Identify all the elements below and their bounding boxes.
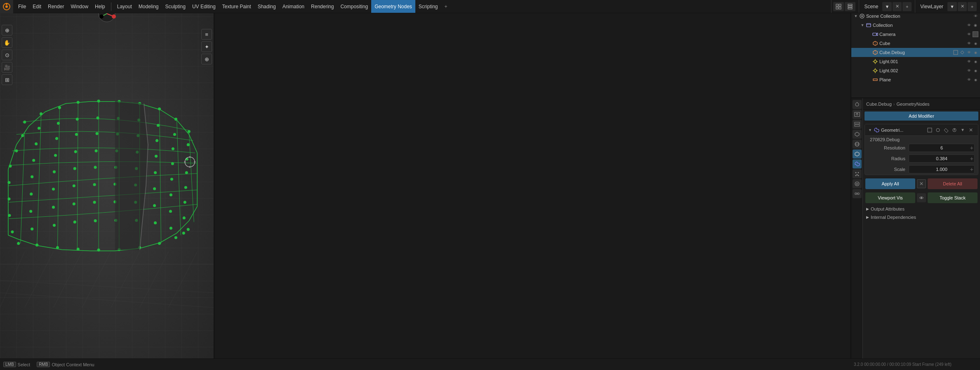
viewlayer-dropdown[interactable]: ▼ bbox=[947, 2, 957, 11]
svg-point-333 bbox=[858, 175, 859, 176]
menu-render[interactable]: Render bbox=[45, 0, 67, 13]
camera-box[interactable] bbox=[973, 31, 978, 37]
camera-eye-btn[interactable]: 👁 bbox=[966, 31, 972, 37]
scene-collection-eye-btn[interactable]: 👁 bbox=[973, 13, 978, 19]
modifier-section-header[interactable]: ▼ Geometri... bbox=[865, 124, 978, 136]
top-icon-scene-btn[interactable] bbox=[833, 2, 844, 11]
cube-debug-arrow: ▶ bbox=[866, 50, 872, 55]
internal-dependencies-header[interactable]: ▶ Internal Dependencies bbox=[863, 213, 980, 221]
collection-eye-btn[interactable]: 👁 bbox=[966, 22, 972, 28]
tab-compositing[interactable]: Compositing bbox=[337, 0, 371, 13]
cube-debug-vis3[interactable]: ◉ bbox=[973, 50, 978, 55]
cube-debug-vis2[interactable] bbox=[959, 50, 965, 55]
collection-vis-btn[interactable]: ◉ bbox=[973, 22, 978, 28]
apply-all-btn[interactable]: Apply All bbox=[865, 178, 915, 189]
scene-settings-btn[interactable]: ✕ bbox=[893, 2, 902, 11]
mod-icon-5[interactable]: ▼ bbox=[959, 126, 966, 134]
viewport-left[interactable]: Z ⊕ ✋ ⊙ 🎥 ⊞ ≡ ✦ ⊕ bbox=[0, 0, 214, 370]
scene-dropdown[interactable]: ▼ bbox=[882, 2, 892, 11]
prop-tab-physics[interactable] bbox=[853, 179, 862, 188]
viewport-vis-row: Viewport Vis Toggle Stack bbox=[863, 191, 980, 205]
viewlayer-settings-btn[interactable]: ✕ bbox=[958, 2, 967, 11]
light001-vis-btn[interactable]: ◉ bbox=[973, 59, 978, 64]
tool-cursor2-btn[interactable]: ⊙ bbox=[2, 50, 12, 60]
menu-file[interactable]: File bbox=[15, 0, 29, 13]
outliner-collection-row[interactable]: ▼ Collection 👁 ◉ bbox=[851, 21, 980, 30]
right-panel-inner: ⊟ ▼ ▼ Scene Collection 👁 ▼ bbox=[851, 0, 980, 370]
viewport-vis-btn[interactable]: Viewport Vis bbox=[865, 192, 915, 203]
mod-icon-4[interactable] bbox=[951, 126, 958, 134]
outliner-plane-row[interactable]: ▶ Plane 👁 ◉ bbox=[851, 75, 980, 84]
tab-layout[interactable]: Layout bbox=[114, 0, 135, 13]
toggle-stack-btn[interactable]: Toggle Stack bbox=[928, 192, 978, 203]
radius-value[interactable]: 0.384 + bbox=[909, 154, 975, 163]
light002-vis-btn[interactable]: ◉ bbox=[973, 68, 978, 74]
mod-icon-3[interactable] bbox=[942, 126, 950, 134]
cube-debug-vis1[interactable] bbox=[953, 50, 959, 55]
plane-eye-btn[interactable]: 👁 bbox=[966, 77, 972, 83]
outliner-light001-row[interactable]: ▶ Light.001 👁 ◉ bbox=[851, 57, 980, 66]
output-attributes-arrow: ▶ bbox=[866, 207, 869, 211]
viewport-vis-icon-btn[interactable] bbox=[917, 193, 926, 202]
zoom-gizmo[interactable]: ≡ bbox=[201, 29, 212, 40]
delete-all-btn[interactable]: Delete All bbox=[928, 178, 978, 189]
tab-uv-editing[interactable]: UV Editing bbox=[189, 0, 219, 13]
output-attributes-header[interactable]: ▶ Output Attributes bbox=[863, 205, 980, 213]
tool-grid-btn[interactable]: ⊞ bbox=[2, 74, 12, 85]
tool-camera-btn[interactable]: 🎥 bbox=[2, 62, 12, 73]
prop-tab-world[interactable] bbox=[853, 140, 862, 149]
tab-texture-paint[interactable]: Texture Paint bbox=[219, 0, 254, 13]
prop-tab-scene[interactable] bbox=[853, 130, 862, 139]
prop-tab-modifiers[interactable] bbox=[853, 159, 862, 168]
mod-icon-2[interactable] bbox=[934, 126, 942, 134]
scale-plus-btn[interactable]: + bbox=[970, 166, 973, 173]
outliner-cube-row[interactable]: ▶ Cube 👁 ◉ bbox=[851, 39, 980, 48]
modifier-close-btn[interactable]: ✕ bbox=[967, 126, 975, 134]
prop-tab-output[interactable] bbox=[853, 110, 862, 119]
scene-new-btn[interactable]: + bbox=[902, 2, 912, 11]
tab-shading[interactable]: Shading bbox=[254, 0, 279, 13]
top-icon-2-btn[interactable] bbox=[845, 2, 855, 11]
add-modifier-btn[interactable]: Add Modifier bbox=[865, 111, 978, 121]
outliner-camera-row[interactable]: ▶ Camera 👁 bbox=[851, 30, 980, 39]
cube-vis2-btn[interactable]: ◉ bbox=[973, 40, 978, 46]
plane-vis-btn[interactable]: ◉ bbox=[973, 77, 978, 83]
resolution-plus-btn[interactable]: + bbox=[970, 145, 973, 151]
tab-add-button[interactable]: + bbox=[441, 4, 451, 9]
scene-collection-label: Scene Collection bbox=[866, 14, 973, 19]
light001-eye-btn[interactable]: 👁 bbox=[966, 59, 972, 64]
prop-tab-particles[interactable] bbox=[853, 169, 862, 178]
resolution-value[interactable]: 6 + bbox=[909, 144, 975, 152]
tab-rendering[interactable]: Rendering bbox=[308, 0, 337, 13]
tab-animation[interactable]: Animation bbox=[279, 0, 308, 13]
scale-value[interactable]: 1.000 + bbox=[909, 165, 975, 173]
cube-eye-btn[interactable]: 👁 bbox=[966, 40, 972, 46]
local-view-gizmo[interactable]: ⊕ bbox=[201, 54, 212, 64]
svg-point-38 bbox=[21, 134, 24, 137]
svg-point-105 bbox=[154, 222, 157, 224]
prop-tab-constraints[interactable] bbox=[853, 189, 862, 198]
fly-gizmo[interactable]: ✦ bbox=[201, 41, 212, 52]
svg-line-20 bbox=[57, 107, 59, 249]
prop-tab-view[interactable] bbox=[853, 120, 862, 129]
menu-edit[interactable]: Edit bbox=[29, 0, 45, 13]
tab-geometry-nodes[interactable]: Geometry Nodes bbox=[371, 0, 415, 13]
apply-all-close-btn[interactable]: ✕ bbox=[917, 179, 926, 188]
cube-debug-eye-btn[interactable]: 👁 bbox=[966, 50, 972, 55]
tool-cursor-btn[interactable]: ⊕ bbox=[2, 25, 12, 36]
tab-modeling[interactable]: Modeling bbox=[135, 0, 162, 13]
menu-window[interactable]: Window bbox=[67, 0, 92, 13]
radius-plus-btn[interactable]: + bbox=[970, 155, 973, 162]
tab-sculpting[interactable]: Sculpting bbox=[162, 0, 189, 13]
prop-tab-render[interactable] bbox=[853, 100, 862, 109]
light002-eye-btn[interactable]: 👁 bbox=[966, 68, 972, 74]
mod-icon-1[interactable] bbox=[926, 126, 933, 134]
svg-point-99 bbox=[31, 228, 33, 230]
tool-move-btn[interactable]: ✋ bbox=[2, 37, 12, 48]
viewlayer-new-btn[interactable]: + bbox=[968, 2, 977, 11]
prop-tab-object[interactable] bbox=[853, 149, 862, 159]
tab-scripting[interactable]: Scripting bbox=[415, 0, 441, 13]
outliner-cube-debug-row[interactable]: ▶ Cube.Debug 👁 ◉ bbox=[851, 48, 980, 57]
outliner-light002-row[interactable]: ▶ Light.002 👁 ◉ bbox=[851, 66, 980, 75]
menu-help[interactable]: Help bbox=[92, 0, 108, 13]
